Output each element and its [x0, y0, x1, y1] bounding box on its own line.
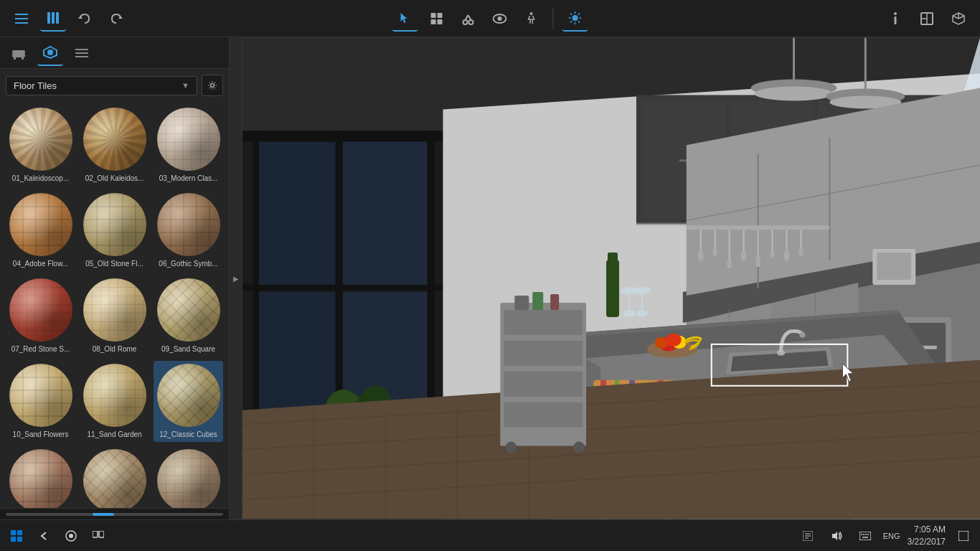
svg-rect-9	[438, 13, 443, 18]
svg-point-196	[69, 534, 73, 538]
material-label-9: 09_Sand Square	[161, 344, 215, 354]
material-item-12[interactable]: 12_Classic Cubes	[154, 361, 223, 442]
svg-marker-7	[118, 16, 123, 19]
clock-date: 3/22/2017	[908, 536, 946, 548]
svg-rect-177	[504, 402, 583, 428]
svg-rect-3	[47, 12, 50, 24]
svg-rect-40	[12, 50, 25, 54]
furniture-tab[interactable]	[6, 40, 32, 66]
svg-point-12	[463, 20, 468, 24]
dropdown-chevron-icon: ▼	[182, 81, 189, 90]
material-sphere-2	[83, 108, 146, 171]
taskbar: ENG 7:05 AM 3/22/2017	[0, 519, 980, 551]
sun-button[interactable]	[562, 6, 588, 32]
material-item-2[interactable]: 02_Old Kaleidos...	[80, 105, 149, 186]
scrollbar-track	[6, 513, 223, 516]
material-sphere-12	[157, 364, 220, 427]
category-dropdown[interactable]: Floor Tiles ▼	[6, 76, 197, 95]
viewport[interactable]	[242, 37, 980, 519]
svg-line-35	[953, 16, 958, 19]
material-item-5[interactable]: 05_Old Stone Fl...	[80, 190, 149, 271]
panel-collapse-button[interactable]: ▶	[230, 37, 242, 519]
svg-rect-4	[52, 12, 55, 24]
task-view-button[interactable]	[88, 525, 109, 547]
svg-rect-11	[438, 19, 443, 24]
cube-3d-button[interactable]	[946, 6, 971, 32]
svg-rect-153	[756, 257, 760, 267]
scrollbar-thumb[interactable]	[93, 513, 114, 516]
material-grid: 01_Kaleidoscop...02_Old Kaleidos...03_Mo…	[0, 102, 229, 508]
layout-button[interactable]	[914, 6, 940, 32]
material-sphere-10	[9, 364, 72, 427]
objects-button[interactable]	[424, 6, 450, 32]
svg-rect-1	[15, 18, 28, 19]
list-tab[interactable]	[69, 40, 95, 66]
left-panel: Floor Tiles ▼ 01_Kaleidoscop...02_Old Ka…	[0, 37, 230, 519]
material-item-14[interactable]: 14_Sand Classic	[80, 446, 149, 508]
material-item-10[interactable]: 10_Sand Flowers	[6, 361, 75, 442]
undo-button[interactable]	[72, 6, 98, 32]
svg-rect-52	[343, 141, 429, 285]
volume-icon[interactable]	[826, 525, 847, 547]
keyboard-icon[interactable]	[854, 525, 876, 547]
svg-point-120	[799, 332, 805, 338]
start-button[interactable]	[6, 525, 27, 547]
material-sphere-11	[83, 364, 146, 427]
notification-icon[interactable]	[797, 525, 819, 547]
info-button[interactable]	[882, 6, 908, 32]
svg-rect-193	[11, 537, 16, 542]
view-button[interactable]	[487, 6, 513, 32]
svg-rect-174	[504, 310, 583, 335]
material-label-10: 10_Sand Flowers	[13, 430, 69, 439]
svg-marker-203	[832, 532, 837, 540]
svg-marker-6	[78, 16, 83, 19]
back-nav-button[interactable]	[33, 525, 55, 547]
svg-rect-5	[56, 12, 59, 24]
material-label-7: 07_Red Stone S...	[11, 344, 70, 354]
svg-line-27	[570, 21, 572, 22]
materials-tab[interactable]	[37, 40, 63, 66]
svg-line-36	[958, 16, 964, 19]
material-item-9[interactable]: 09_Sand Square	[154, 276, 223, 357]
material-item-3[interactable]: 03_Modern Clas...	[154, 105, 223, 186]
redo-button[interactable]	[103, 6, 129, 32]
material-item-8[interactable]: 08_Old Rome	[80, 276, 149, 357]
material-label-8: 08_Old Rome	[93, 344, 137, 354]
clock-time: 7:05 AM	[908, 524, 946, 536]
svg-point-188	[636, 310, 648, 317]
material-item-6[interactable]: 06_Gothic Symb...	[154, 190, 223, 271]
select-tool-button[interactable]	[392, 6, 418, 32]
svg-point-28	[894, 12, 897, 15]
svg-line-26	[578, 13, 580, 14]
language-indicator[interactable]: ENG	[883, 532, 900, 540]
chevron-right-icon: ▶	[233, 275, 239, 283]
material-item-1[interactable]: 01_Kaleidoscop...	[6, 105, 75, 186]
svg-point-157	[784, 250, 790, 261]
material-item-15[interactable]: 15_Classic Old C...	[154, 446, 223, 508]
svg-rect-204	[859, 532, 871, 540]
walk-button[interactable]	[519, 6, 545, 32]
material-item-13[interactable]: 13_Classic Ashlar	[6, 446, 75, 508]
action-center-button[interactable]	[953, 525, 974, 547]
material-item-7[interactable]: 07_Red Stone S...	[6, 276, 75, 357]
toolbar-right	[881, 6, 973, 32]
svg-point-18	[530, 12, 533, 15]
svg-point-151	[741, 250, 747, 261]
material-sphere-7	[9, 278, 72, 342]
cut-button[interactable]	[456, 6, 481, 32]
svg-point-178	[505, 442, 517, 453]
materials-settings-button[interactable]	[202, 75, 223, 96]
library-button[interactable]	[40, 6, 66, 32]
svg-rect-176	[504, 372, 583, 397]
svg-rect-0	[15, 14, 28, 15]
cortana-button[interactable]	[60, 525, 82, 547]
svg-rect-210	[958, 531, 969, 541]
material-sphere-13	[9, 449, 72, 508]
menu-button[interactable]	[9, 6, 34, 32]
material-item-4[interactable]: 04_Adobe Flow...	[6, 190, 75, 271]
material-item-11[interactable]: 11_Sand Garden	[80, 361, 149, 442]
material-label-11: 11_Sand Garden	[87, 430, 141, 439]
svg-point-42	[47, 50, 53, 55]
panel-scrollbar[interactable]	[0, 508, 229, 519]
material-sphere-9	[157, 278, 220, 342]
